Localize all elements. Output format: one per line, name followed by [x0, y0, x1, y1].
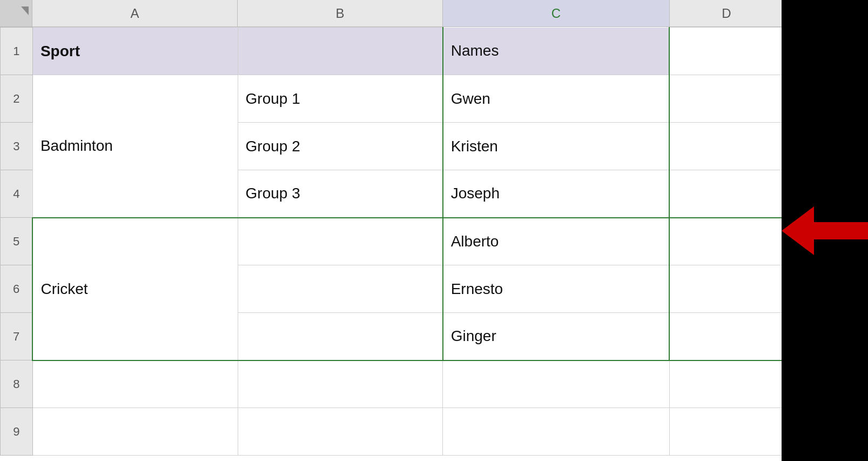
cell-A1[interactable]: Sport [32, 28, 238, 75]
cell-A9[interactable] [32, 408, 238, 456]
cell-A5-merged[interactable]: Cricket [32, 218, 238, 360]
table-row: 9 [1, 408, 783, 456]
cell-D7[interactable] [669, 313, 783, 360]
cell-B4[interactable]: Group 3 [238, 170, 443, 218]
cell-C3[interactable]: Kristen [443, 123, 670, 170]
row-num-5: 5 [1, 218, 33, 265]
cell-D1[interactable] [669, 28, 783, 75]
red-arrow [782, 206, 868, 255]
cell-B7[interactable] [238, 313, 443, 360]
cell-B3[interactable]: Group 2 [238, 123, 443, 170]
cell-B5[interactable] [238, 218, 443, 265]
cell-D8[interactable] [669, 360, 783, 408]
cell-D3[interactable] [669, 123, 783, 170]
column-header-row: A B C D [0, 0, 783, 27]
table-row: 1 Sport Names [1, 28, 783, 75]
table-row: 8 [1, 360, 783, 408]
grid-body: 1 Sport Names 2 Badminton Group 1 Gwen 3 [0, 27, 783, 456]
arrow-head-icon [782, 206, 814, 255]
cell-B6[interactable] [238, 265, 443, 313]
cell-C2[interactable]: Gwen [443, 75, 670, 123]
cell-C8[interactable] [443, 360, 670, 408]
cell-C4[interactable]: Joseph [443, 170, 670, 218]
cell-B9[interactable] [238, 408, 443, 456]
cell-D2[interactable] [669, 75, 783, 123]
row-num-8: 8 [1, 360, 33, 408]
spreadsheet: A B C D 1 Sport Names 2 Badminton Group [0, 0, 783, 461]
col-header-C[interactable]: C [443, 0, 670, 27]
cell-A2-merged[interactable]: Badminton [32, 75, 238, 218]
cell-D5[interactable] [669, 218, 783, 265]
arrow-tail [814, 222, 868, 239]
col-header-B[interactable]: B [238, 0, 443, 27]
row-num-4: 4 [1, 170, 33, 218]
col-header-D[interactable]: D [670, 0, 783, 27]
cell-D4[interactable] [669, 170, 783, 218]
cell-A8[interactable] [32, 360, 238, 408]
row-num-3: 3 [1, 123, 33, 170]
corner-triangle-icon [21, 6, 29, 15]
cell-C5[interactable]: Alberto [443, 218, 670, 265]
cell-D9[interactable] [669, 408, 783, 456]
data-table: 1 Sport Names 2 Badminton Group 1 Gwen 3 [0, 27, 783, 456]
table-row: 2 Badminton Group 1 Gwen [1, 75, 783, 123]
cell-C9[interactable] [443, 408, 670, 456]
cell-C6[interactable]: Ernesto [443, 265, 670, 313]
cell-B1[interactable] [238, 28, 443, 75]
row-num-7: 7 [1, 313, 33, 360]
row-num-2: 2 [1, 75, 33, 123]
row-num-9: 9 [1, 408, 33, 456]
cell-C1[interactable]: Names [443, 28, 670, 75]
col-header-A[interactable]: A [32, 0, 238, 27]
cell-D6[interactable] [669, 265, 783, 313]
row-num-1: 1 [1, 28, 33, 75]
table-row: 5 Cricket Alberto [1, 218, 783, 265]
corner-cell [0, 0, 32, 27]
cell-C7[interactable]: Ginger [443, 313, 670, 360]
arrow-panel [782, 0, 868, 461]
cell-B8[interactable] [238, 360, 443, 408]
cell-B2[interactable]: Group 1 [238, 75, 443, 123]
row-num-6: 6 [1, 265, 33, 313]
